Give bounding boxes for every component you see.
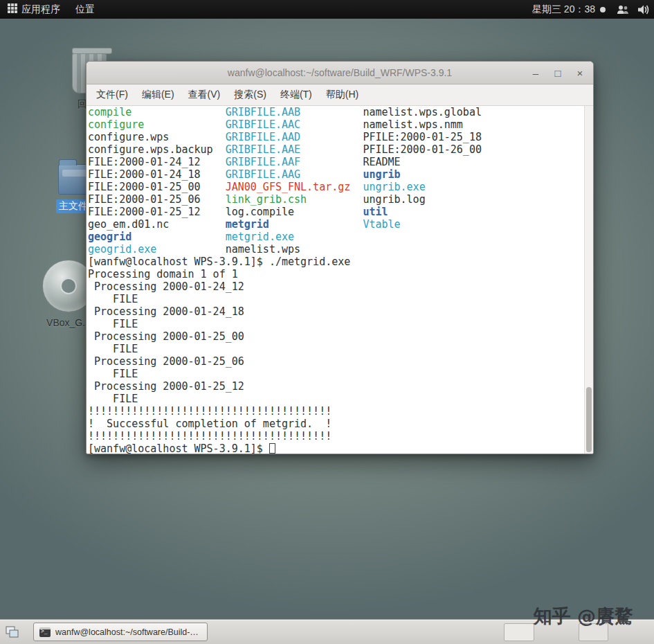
scrollbar-thumb[interactable] (586, 387, 592, 452)
clock-indicator-dot (600, 7, 606, 12)
close-button[interactable]: × (572, 65, 588, 80)
workspace-box-1[interactable] (504, 623, 534, 641)
task-label: wanfw@localhost:~/software/Build-… (55, 627, 199, 637)
taskbar-task-button[interactable]: wanfw@localhost:~/software/Build-… (33, 623, 208, 641)
applications-label: 应用程序 (21, 3, 60, 16)
desktop: 回收站 主文件夹 VBox_G... wanfw@localhost:~/sof… (0, 19, 654, 619)
terminal-scrollbar[interactable] (584, 106, 593, 454)
clock-label: 星期三 20：38 (532, 3, 595, 16)
places-label: 位置 (75, 3, 95, 16)
terminal-task-icon (39, 627, 51, 637)
desktop-screen: 应用程序 位置 星期三 20：38 (0, 0, 654, 644)
window-list-icon (6, 626, 19, 638)
menubar-item[interactable]: 编辑(E) (135, 85, 181, 105)
terminal-window: wanfw@localhost:~/software/Build_WRF/WPS… (86, 61, 594, 454)
menubar-item[interactable]: 查看(V) (181, 85, 228, 105)
applications-icon (8, 3, 17, 15)
window-list-button[interactable] (2, 622, 23, 643)
menubar-item[interactable]: 搜索(S) (227, 85, 273, 105)
top-panel: 应用程序 位置 星期三 20：38 (0, 0, 654, 19)
applications-menu[interactable]: 应用程序 (0, 0, 68, 19)
window-title: wanfw@localhost:~/software/Build_WRF/WPS… (87, 62, 593, 84)
terminal-viewport: compile GRIBFILE.AAB namelist.wps.global… (87, 106, 593, 454)
user-switcher-icon[interactable] (612, 0, 633, 19)
clock[interactable]: 星期三 20：38 (525, 0, 612, 19)
minimize-button[interactable]: – (528, 65, 543, 80)
terminal-cursor (269, 443, 275, 454)
maximize-button[interactable]: □ (550, 65, 565, 80)
titlebar[interactable]: wanfw@localhost:~/software/Build_WRF/WPS… (87, 62, 593, 84)
menubar-item[interactable]: 帮助(H) (319, 85, 365, 105)
volume-icon[interactable] (633, 0, 654, 19)
menubar-item[interactable]: 终端(T) (273, 85, 319, 105)
vbox-cd-label: VBox_G... (46, 317, 91, 328)
watermark: 知乎 @賡騖 (534, 604, 633, 629)
places-menu[interactable]: 位置 (68, 0, 102, 19)
terminal-output[interactable]: compile GRIBFILE.AAB namelist.wps.global… (87, 106, 593, 454)
menubar-item[interactable]: 文件(F) (89, 85, 135, 105)
terminal-menubar: 文件(F)编辑(E)查看(V)搜索(S)终端(T)帮助(H) (87, 84, 593, 106)
